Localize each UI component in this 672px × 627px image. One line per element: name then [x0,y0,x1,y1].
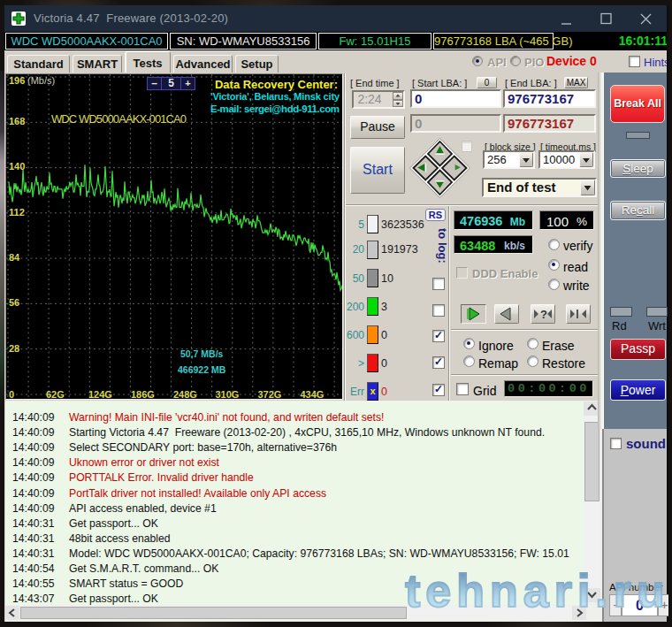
svg-text:372G: 372G [258,389,282,399]
svg-text:50,7 MB/s: 50,7 MB/s [180,348,224,359]
svg-text:56: 56 [9,297,19,308]
svg-text:E-mail: sergei@hdd-911.com: E-mail: sergei@hdd-911.com [210,103,340,114]
svg-text:62G: 62G [46,389,65,399]
svg-text:186G: 186G [131,389,155,399]
svg-text:WDC WD5000AAKX-001CA0: WDC WD5000AAKX-001CA0 [51,112,187,126]
svg-text:248G: 248G [173,389,197,399]
svg-text:310G: 310G [216,389,240,399]
svg-text:?: ? [540,308,547,321]
svg-text:466922 MB: 466922 MB [178,364,226,375]
svg-text:124G: 124G [88,389,112,399]
svg-text:84: 84 [9,252,20,263]
svg-text:28: 28 [9,343,19,354]
svg-text:168: 168 [9,116,25,126]
svg-text:196: 196 [9,75,25,86]
svg-text:140: 140 [9,161,25,172]
svg-text:Data Recovery Center:: Data Recovery Center: [215,78,338,91]
svg-text:434G: 434G [301,389,325,399]
svg-text:0: 0 [9,389,14,399]
svg-text:112: 112 [9,207,25,218]
svg-text:(Mb/s): (Mb/s) [27,75,55,86]
svg-text:'Victoria', Belarus, Minsk cit: 'Victoria', Belarus, Minsk city [210,91,340,102]
